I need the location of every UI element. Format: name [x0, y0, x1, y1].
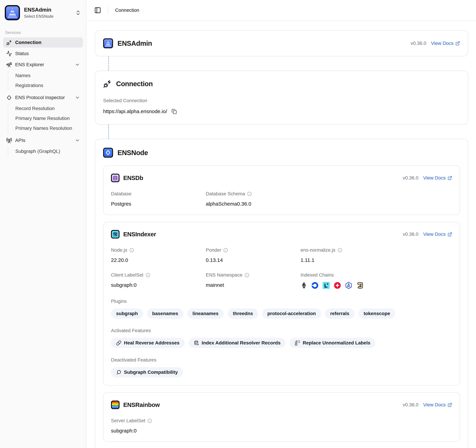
feature-label: Subgraph Compatibility — [124, 369, 178, 375]
field-client-labelset: Client LabelSet subgraph:0 — [111, 272, 206, 289]
connection-card-header: Connection — [103, 80, 460, 88]
ensnode-selector-button[interactable]: ENSAdmin Select ENSNode — [0, 5, 86, 20]
card-meta: v0.36.0 View Docs — [403, 175, 452, 181]
app-subtitle: Select ENSNode — [24, 14, 54, 19]
sidebar-item-label: ENS Protocol Inspector — [15, 95, 65, 100]
info-icon[interactable] — [147, 419, 152, 423]
card-meta: v0.36.0 View Docs — [403, 231, 452, 237]
plugin-badge: tokenscope — [358, 308, 395, 319]
feature-badge-heal-reverse-addresses: Heal Reverse Addresses — [111, 338, 185, 348]
main-area: Connection ENSAdmin v0.36.0 View Docs Co… — [86, 0, 476, 448]
ensrainbow-header: ENSRainbow v0.36.0 View Docs — [111, 401, 452, 409]
view-docs-label: View Docs — [423, 231, 446, 237]
chevron-down-icon — [75, 62, 80, 67]
connection-url: https://api.alpha.ensnode.io/ — [103, 109, 167, 114]
sidebar-toggle-icon[interactable] — [94, 7, 101, 14]
plugin-badge: basenames — [147, 308, 183, 319]
ethereum-chain-icon — [300, 281, 307, 289]
plugins-row: subgraph basenames lineanames threedns p… — [111, 308, 452, 319]
field-value: subgraph:0 — [111, 428, 206, 434]
external-link-icon — [448, 403, 452, 407]
view-docs-link[interactable]: View Docs — [431, 40, 460, 46]
field-label: Server LabelSet — [111, 418, 145, 423]
info-icon[interactable] — [223, 248, 228, 253]
field-label: Ponder — [206, 247, 221, 253]
field-indexed-chains: Indexed Chains — [300, 272, 452, 289]
ensdb-header: ENSDb v0.36.0 View Docs — [111, 174, 452, 182]
copy-icon[interactable] — [171, 109, 177, 114]
view-docs-label: View Docs — [431, 40, 453, 46]
ensrainbow-fields: Server LabelSet subgraph:0 — [111, 418, 452, 434]
ensnode-logo — [103, 148, 113, 158]
sidebar-item-label: Connection — [15, 40, 41, 45]
card-meta: v0.36.0 View Docs — [411, 40, 460, 46]
sidebar-item-primary-name-resolution[interactable]: Primary Name Resolution — [14, 114, 83, 123]
field-database-schema: Database Schema alphaSchema0.36.0 — [206, 191, 300, 207]
ensrainbow-logo — [111, 401, 119, 409]
info-icon[interactable] — [245, 273, 249, 277]
ensnode-card: ENSNode ENSDb v0.36.0 View Docs — [95, 139, 468, 448]
view-docs-link[interactable]: View Docs — [423, 231, 452, 237]
deactivated-features-row: Subgraph Compatibility — [111, 367, 452, 377]
optimism-chain-icon — [334, 282, 341, 289]
selected-connection-label: Selected Connection — [103, 98, 460, 103]
sidebar-item-primary-names-resolution[interactable]: Primary Names Resolution — [14, 123, 83, 133]
sidebar-item-label: Status — [15, 51, 29, 56]
plugin-badge: protocol-acceleration — [262, 308, 321, 319]
field-nodejs: Node.js 22.20.0 — [111, 247, 206, 263]
plugin-badge: subgraph — [111, 308, 143, 319]
feature-label: Replace Unnormalized Labels — [303, 340, 370, 346]
ensadmin-logo — [103, 38, 113, 48]
sidebar-group-ens-explorer: Names Registrations — [8, 71, 83, 90]
sidebar-item-names[interactable]: Names — [14, 71, 83, 80]
sidebar-item-subgraph-graphql[interactable]: Subgraph (GraphQL) — [14, 146, 83, 156]
view-docs-link[interactable]: View Docs — [423, 402, 452, 408]
feature-badge-index-additional-resolver-records: Index Additional Resolver Records — [189, 338, 286, 348]
field-ens-namespace: ENS Namespace mainnet — [206, 272, 300, 289]
pyramid-glyph — [104, 40, 112, 47]
info-icon[interactable] — [338, 248, 342, 253]
info-icon[interactable] — [146, 273, 150, 277]
card-title: ENSNode — [118, 149, 148, 157]
card-title: ENSRainbow — [123, 402, 160, 408]
telescope-icon — [6, 62, 12, 68]
version-label: v0.36.0 — [403, 175, 418, 181]
feature-badge-replace-unnormalized-labels: Replace Unnormalized Labels — [290, 338, 375, 348]
app-title: ENSAdmin — [24, 7, 54, 13]
ensnode-subcards: ENSDb v0.36.0 View Docs Database P — [103, 166, 460, 442]
selected-connection-value: https://api.alpha.ensnode.io/ — [103, 109, 460, 114]
ens-mark-icon — [6, 95, 12, 101]
sidebar-item-label: APIs — [15, 138, 25, 143]
version-label: v0.36.0 — [411, 40, 426, 46]
sidebar-item-status[interactable]: Status — [3, 48, 83, 59]
scroll-chain-icon — [356, 282, 364, 289]
sidebar-item-ens-protocol-inspector[interactable]: ENS Protocol Inspector — [3, 92, 83, 103]
arbitrum-chain-icon — [345, 282, 352, 289]
ensdb-logo — [111, 174, 119, 182]
sidebar-item-ens-explorer[interactable]: ENS Explorer — [3, 60, 83, 70]
sidebar-item-registrations[interactable]: Registrations — [14, 80, 83, 90]
field-value: subgraph:0 — [111, 282, 206, 288]
ensindexer-header: ENSIndexer v0.36.0 View Docs — [111, 230, 452, 239]
sidebar-item-connection[interactable]: Connection — [3, 37, 83, 48]
dashed-connector — [108, 125, 109, 139]
ensadmin-card: ENSAdmin v0.36.0 View Docs — [95, 30, 468, 56]
external-link-icon — [455, 41, 460, 46]
circuit-board-icon — [113, 232, 118, 237]
search-icon — [116, 370, 121, 375]
sidebar-item-apis[interactable]: APIs — [3, 135, 83, 145]
field-label: ENS Namespace — [206, 272, 243, 278]
sidebar-item-record-resolution[interactable]: Record Resolution — [14, 103, 83, 114]
card-meta: v0.36.0 View Docs — [403, 402, 452, 408]
page-content: ENSAdmin v0.36.0 View Docs Connection Se… — [86, 21, 476, 448]
activated-features-label: Activated Features — [111, 328, 452, 333]
database-icon — [113, 176, 118, 180]
info-icon[interactable] — [247, 192, 252, 196]
view-docs-link[interactable]: View Docs — [423, 175, 452, 181]
chevron-down-icon — [75, 138, 80, 143]
field-value: Postgres — [111, 201, 206, 207]
ensadmin-logo — [5, 5, 20, 20]
plugins-label: Plugins — [111, 299, 452, 304]
plug-zap-icon — [103, 80, 112, 88]
info-icon[interactable] — [129, 248, 134, 253]
